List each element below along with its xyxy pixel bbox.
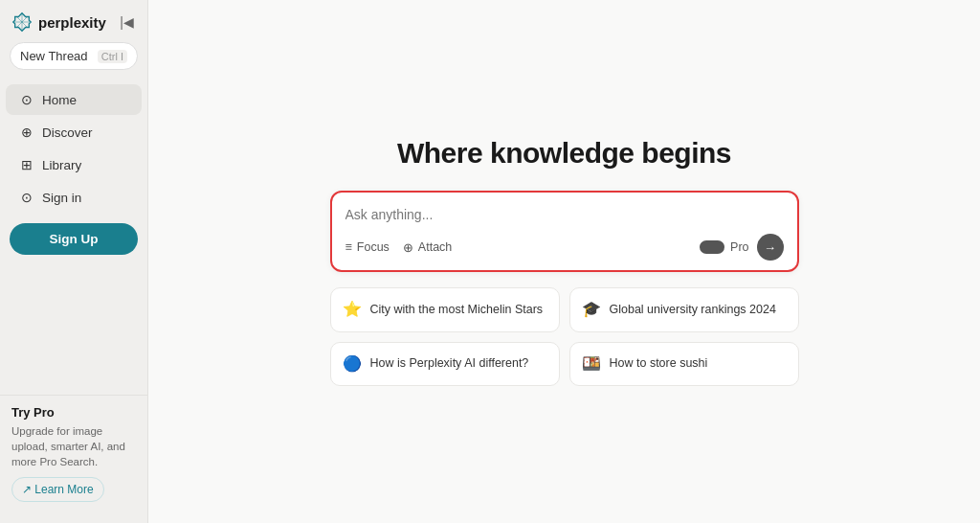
logo-text: perplexity <box>38 14 106 31</box>
sidebar-item-home[interactable]: ⊙ Home <box>6 84 142 115</box>
new-thread-button[interactable]: New Thread Ctrl I <box>10 42 138 70</box>
pro-toggle[interactable]: Pro <box>700 240 748 254</box>
michelin-icon: ⭐ <box>343 299 362 320</box>
perplexity-logo-icon <box>11 11 33 33</box>
suggestion-michelin-text: City with the most Michelin Stars <box>370 302 544 319</box>
focus-button[interactable]: ≡ Focus <box>345 240 390 254</box>
search-toolbar: ≡ Focus ⊕ Attach Pro → <box>345 234 784 261</box>
discover-icon: ⊕ <box>19 125 34 140</box>
new-thread-label: New Thread <box>20 49 88 63</box>
suggestion-perplexity[interactable]: 🔵 How is Perplexity AI different? <box>330 342 560 386</box>
suggestion-perplexity-text: How is Perplexity AI different? <box>370 355 529 373</box>
sidebar-item-label-home: Home <box>42 93 77 107</box>
attach-icon: ⊕ <box>403 240 413 255</box>
suggestion-university[interactable]: 🎓 Global university rankings 2024 <box>569 287 799 331</box>
collapse-icon: |◀ <box>120 14 134 30</box>
logo-area: perplexity <box>11 11 106 33</box>
suggestion-sushi[interactable]: 🍱 How to store sushi <box>569 342 799 386</box>
focus-label: Focus <box>357 240 390 254</box>
attach-label: Attach <box>418 240 452 254</box>
sidebar-item-label-library: Library <box>42 158 81 172</box>
main-content: Where knowledge begins ≡ Focus ⊕ Attach … <box>148 0 980 523</box>
search-box: ≡ Focus ⊕ Attach Pro → <box>330 191 799 272</box>
home-icon: ⊙ <box>19 92 34 107</box>
pro-label: Pro <box>730 240 748 254</box>
try-pro-title: Try Pro <box>11 405 136 420</box>
sidebar-footer: Try Pro Upgrade for image upload, smarte… <box>0 395 147 512</box>
sidebar-header: perplexity |◀ <box>0 11 147 42</box>
suggestion-university-text: Global university rankings 2024 <box>610 302 776 319</box>
search-input[interactable] <box>345 207 784 222</box>
focus-icon: ≡ <box>345 240 352 254</box>
sidebar-item-discover[interactable]: ⊕ Discover <box>6 117 142 148</box>
sidebar-item-label-signin: Sign in <box>42 191 81 205</box>
learn-more-button[interactable]: ↗ Learn More <box>11 477 104 502</box>
toggle-switch[interactable] <box>700 240 724 254</box>
attach-button[interactable]: ⊕ Attach <box>403 240 452 255</box>
library-icon: ⊞ <box>19 157 34 172</box>
signin-icon: ⊙ <box>19 190 34 205</box>
sidebar-item-label-discover: Discover <box>42 125 93 140</box>
signup-button[interactable]: Sign Up <box>10 223 138 255</box>
university-icon: 🎓 <box>582 299 601 320</box>
try-pro-description: Upgrade for image upload, smarter AI, an… <box>11 423 136 469</box>
collapse-button[interactable]: |◀ <box>118 12 136 32</box>
suggestion-sushi-text: How to store sushi <box>610 355 708 373</box>
submit-arrow-icon: → <box>764 240 776 255</box>
sushi-icon: 🍱 <box>582 353 601 375</box>
sidebar-item-library[interactable]: ⊞ Library <box>6 149 142 180</box>
perplexity-icon: 🔵 <box>343 353 362 375</box>
sidebar-item-signin[interactable]: ⊙ Sign in <box>6 182 142 213</box>
toolbar-right: Pro → <box>700 234 783 261</box>
new-thread-shortcut: Ctrl I <box>98 50 127 63</box>
submit-button[interactable]: → <box>757 234 784 261</box>
suggestion-michelin[interactable]: ⭐ City with the most Michelin Stars <box>330 287 560 331</box>
hero-title: Where knowledge begins <box>397 137 731 170</box>
suggestions-grid: ⭐ City with the most Michelin Stars 🎓 Gl… <box>330 287 799 386</box>
sidebar: perplexity |◀ New Thread Ctrl I ⊙ Home ⊕… <box>0 0 148 523</box>
